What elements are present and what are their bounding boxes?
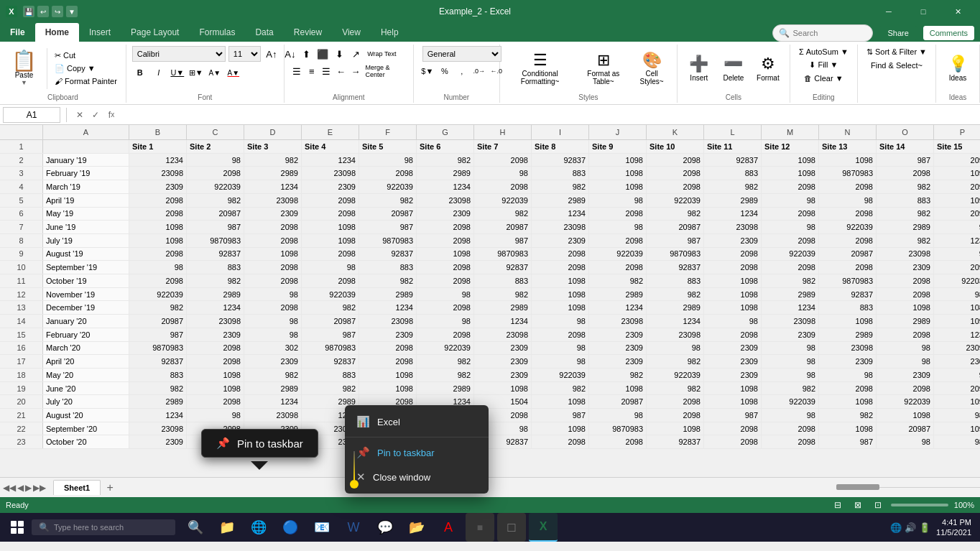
cell-r5-c5[interactable]: 982 — [359, 194, 417, 207]
cell-r5-c0[interactable]: April '19 — [43, 194, 129, 207]
cell-r19-c12[interactable]: 982 — [762, 382, 819, 395]
cell-r22-c12[interactable]: 2098 — [762, 422, 819, 435]
row-num-3[interactable]: 3 — [0, 167, 43, 180]
cell-r16-c5[interactable]: 2098 — [359, 342, 417, 355]
battery-icon[interactable]: 🔋 — [919, 522, 930, 533]
cell-r16-c12[interactable]: 98 — [762, 342, 819, 355]
row-num-17[interactable]: 17 — [0, 355, 43, 368]
left-align-button[interactable]: ☰ — [290, 63, 304, 79]
cell-r3-c7[interactable]: 98 — [474, 167, 532, 180]
cell-r12-c5[interactable]: 2989 — [359, 288, 417, 301]
cell-r23-c9[interactable]: 2098 — [589, 435, 647, 448]
cell-r8-c2[interactable]: 9870983 — [187, 234, 244, 247]
cell-r6-c14[interactable]: 982 — [877, 208, 934, 221]
cell-r9-c8[interactable]: 2098 — [532, 248, 589, 261]
customize-icon[interactable]: ▼ — [66, 6, 78, 17]
cell-r2-c8[interactable]: 92837 — [532, 154, 589, 167]
orientation-button[interactable]: ↗ — [348, 46, 364, 62]
cell-r14-c5[interactable]: 23098 — [359, 315, 417, 328]
cell-r19-c0[interactable]: June '20 — [43, 382, 129, 395]
cell-r20-c3[interactable]: 1234 — [244, 395, 302, 408]
cell-r21-c13[interactable]: 982 — [819, 409, 877, 422]
cell-r5-c15[interactable]: 1098 — [934, 194, 980, 207]
cell-r7-c6[interactable]: 2098 — [417, 221, 474, 233]
cell-r17-c5[interactable]: 2098 — [359, 355, 417, 368]
enter-formula-icon[interactable]: ✓ — [88, 108, 103, 122]
cell-r4-c12[interactable]: 2098 — [762, 180, 819, 193]
col-header-p[interactable]: P — [934, 125, 980, 139]
cell-r20-c0[interactable]: July '20 — [43, 395, 129, 408]
cell-r10-c10[interactable]: 92837 — [647, 261, 704, 274]
cell-r20-c1[interactable]: 2989 — [129, 395, 187, 408]
cell-r6-c4[interactable]: 2098 — [302, 208, 359, 221]
border-button[interactable]: ⊞▼ — [188, 65, 204, 80]
cell-r5-c2[interactable]: 982 — [187, 194, 244, 207]
bold-button[interactable]: B — [132, 65, 148, 80]
cell-r13-c1[interactable]: 982 — [129, 301, 187, 314]
cell-r14-c9[interactable]: 23098 — [589, 315, 647, 328]
close-button[interactable]: ✕ — [941, 0, 974, 23]
cell-r22-c15[interactable]: 1098 — [934, 422, 980, 435]
cell-r19-c14[interactable]: 2098 — [877, 382, 934, 395]
row-num-7[interactable]: 7 — [0, 221, 43, 233]
row-num-11[interactable]: 11 — [0, 274, 43, 287]
cell-r22-c9[interactable]: 9870983 — [589, 422, 647, 435]
cell-r19-c2[interactable]: 1098 — [187, 382, 244, 395]
cell-r10-c6[interactable]: 2098 — [417, 261, 474, 274]
cell-e1[interactable]: Site 4 — [302, 140, 359, 153]
cell-r9-c11[interactable]: 2098 — [704, 248, 762, 261]
row-num-18[interactable]: 18 — [0, 369, 43, 381]
row-num-23[interactable]: 23 — [0, 435, 43, 448]
cell-r4-c5[interactable]: 922039 — [359, 180, 417, 193]
search-input[interactable] — [792, 29, 864, 37]
cell-r12-c7[interactable]: 982 — [474, 288, 532, 301]
cell-r13-c3[interactable]: 2098 — [244, 301, 302, 314]
cell-r13-c8[interactable]: 1098 — [532, 301, 589, 314]
cell-r11-c13[interactable]: 9870983 — [819, 274, 877, 287]
cell-r19-c4[interactable]: 982 — [302, 382, 359, 395]
cell-r4-c13[interactable]: 2098 — [819, 180, 877, 193]
cell-r13-c13[interactable]: 883 — [819, 301, 877, 314]
cell-r2-c13[interactable]: 1098 — [819, 154, 877, 167]
cell-r11-c2[interactable]: 982 — [187, 274, 244, 287]
network-icon[interactable]: 🌐 — [890, 522, 902, 533]
cell-r10-c11[interactable]: 2098 — [704, 261, 762, 274]
copy-button[interactable]: 📄 Copy ▼ — [52, 62, 120, 75]
cell-r3-c15[interactable]: 1098 — [934, 167, 980, 180]
cell-r13-c7[interactable]: 2989 — [474, 301, 532, 314]
cell-r4-c3[interactable]: 1234 — [244, 180, 302, 193]
cell-r19-c1[interactable]: 982 — [129, 382, 187, 395]
cell-r3-c10[interactable]: 2098 — [647, 167, 704, 180]
col-header-h[interactable]: H — [474, 125, 532, 139]
cell-r7-c1[interactable]: 1098 — [129, 221, 187, 233]
cell-r15-c10[interactable]: 23098 — [647, 328, 704, 341]
cell-r6-c9[interactable]: 2098 — [589, 208, 647, 221]
col-header-c[interactable]: C — [187, 125, 244, 139]
cell-r11-c3[interactable]: 2098 — [244, 274, 302, 287]
context-menu-close[interactable]: ✕ Close window — [345, 465, 489, 489]
cell-r2-c10[interactable]: 2098 — [647, 154, 704, 167]
cell-r22-c13[interactable]: 1098 — [819, 422, 877, 435]
cell-r20-c2[interactable]: 2098 — [187, 395, 244, 408]
cell-r9-c3[interactable]: 1098 — [244, 248, 302, 261]
cell-r23-c13[interactable]: 987 — [819, 435, 877, 448]
autosum-button[interactable]: Σ AutoSum ▼ — [796, 46, 851, 57]
cell-g1[interactable]: Site 6 — [417, 140, 474, 153]
cell-r2-c11[interactable]: 92837 — [704, 154, 762, 167]
cell-r5-c9[interactable]: 98 — [589, 194, 647, 207]
cell-r9-c2[interactable]: 92837 — [187, 248, 244, 261]
cell-r4-c11[interactable]: 982 — [704, 180, 762, 193]
cell-r6-c15[interactable]: 2098 — [934, 208, 980, 221]
cell-r21-c9[interactable]: 98 — [589, 409, 647, 422]
save-icon[interactable]: 💾 — [23, 6, 34, 17]
col-header-k[interactable]: K — [647, 125, 704, 139]
redo-icon[interactable]: ↪ — [52, 6, 63, 17]
cell-r13-c14[interactable]: 1098 — [877, 301, 934, 314]
delete-cells-button[interactable]: ➖ Delete — [718, 52, 749, 84]
taskbar-ie[interactable]: 🔵 — [276, 513, 305, 542]
cell-r8-c9[interactable]: 2098 — [589, 234, 647, 247]
tab-file[interactable]: File — [0, 23, 35, 42]
italic-button[interactable]: I — [151, 65, 167, 80]
cell-r18-c8[interactable]: 922039 — [532, 369, 589, 381]
cell-r3-c3[interactable]: 2989 — [244, 167, 302, 180]
